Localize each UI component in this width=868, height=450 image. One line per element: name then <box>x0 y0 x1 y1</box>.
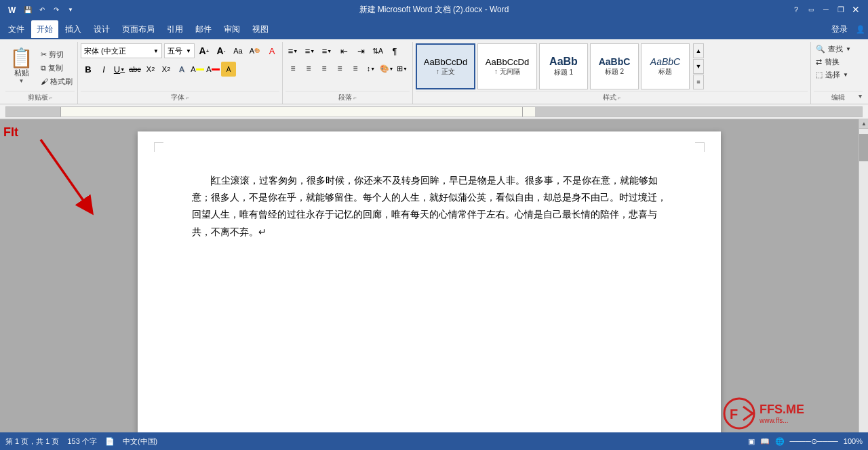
menu-design[interactable]: 设计 <box>88 20 115 38</box>
menu-home[interactable]: 开始 <box>31 20 58 38</box>
styles-scroll-up[interactable]: ▲ <box>693 43 704 58</box>
redo-qa-icon[interactable]: ↷ <box>50 3 62 16</box>
sort-button[interactable]: ⇅A <box>370 43 385 58</box>
menu-layout[interactable]: 页面布局 <box>117 20 160 38</box>
style-heading1-button[interactable]: AaBb 标题 1 <box>539 43 588 89</box>
find-button[interactable]: 🔍 查找 ▼ <box>814 43 853 55</box>
view-web-icon[interactable]: 🌐 <box>775 437 785 446</box>
format-painter-button[interactable]: 🖌 格式刷 <box>39 76 75 87</box>
shading-para-button[interactable]: 🎨▼ <box>379 61 394 76</box>
save-qa-icon[interactable]: 💾 <box>22 3 34 16</box>
clear-format-button[interactable]: A <box>264 43 279 58</box>
scroll-thumb[interactable] <box>859 134 868 161</box>
style-heading2-button[interactable]: AaBbC 标题 2 <box>590 43 639 89</box>
svg-point-5 <box>724 398 754 428</box>
italic-button[interactable]: I <box>96 62 111 77</box>
style-title-button[interactable]: AaBbC 标题 <box>641 43 690 89</box>
align-center-button[interactable]: ≡ <box>301 61 316 76</box>
menu-file[interactable]: 文件 <box>3 20 30 38</box>
superscript-button[interactable]: X2 <box>159 62 174 77</box>
ribbon-collapse-icon[interactable]: ▲ <box>857 94 863 100</box>
select-button[interactable]: ⬚ 选择 ▼ <box>814 69 850 81</box>
paste-label: 粘贴 <box>14 68 29 78</box>
app-window: W 💾 ↶ ↷ ▼ 新建 Microsoft Word 文档 (2).docx … <box>0 0 868 450</box>
replace-button[interactable]: ⇄ 替换 <box>814 56 842 68</box>
bold-button[interactable]: B <box>81 62 96 77</box>
paste-button[interactable]: 📋 粘贴 ▼ <box>5 47 37 85</box>
document-page[interactable]: 红尘滚滚，过客匆匆，很多时候，你还来不及转身回眸，早已是物是人非。很多事，不是你… <box>138 131 721 450</box>
subscript-button[interactable]: X2 <box>143 62 158 77</box>
font-expander[interactable]: ⌐ <box>186 95 189 101</box>
font-color-button[interactable]: A <box>205 62 220 77</box>
view-print-icon[interactable]: ▣ <box>748 437 755 446</box>
help-icon[interactable]: ? <box>789 3 803 16</box>
styles-scroll-down[interactable]: ▼ <box>693 59 704 74</box>
paste-arrow: ▼ <box>19 78 24 84</box>
font-family-select[interactable]: 宋体 (中文正 ▼ <box>81 43 162 58</box>
font-size-select[interactable]: 五号 ▼ <box>164 43 195 58</box>
text-highlight-color[interactable]: A <box>190 62 205 77</box>
minimize-icon[interactable]: ─ <box>819 3 833 16</box>
document-area[interactable]: FIt 红尘滚滚，过客匆匆，很多时候，你还来不及转身回眸，早已是物是人非。很多事… <box>0 119 859 450</box>
borders-button[interactable]: ⊞▼ <box>395 61 410 76</box>
change-case-button[interactable]: Aa <box>231 43 245 58</box>
distributed-button[interactable]: ≡ <box>348 61 363 76</box>
undo-qa-icon[interactable]: ↶ <box>36 3 48 16</box>
menu-mailings[interactable]: 邮件 <box>190 20 217 38</box>
document-content[interactable]: 红尘滚滚，过客匆匆，很多时候，你还来不及转身回眸，早已是物是人非。很多事，不是你… <box>192 172 667 241</box>
font-shrink-button[interactable]: A- <box>214 43 229 58</box>
find-icon: 🔍 <box>816 45 825 54</box>
title-bar-controls: ? ▭ ─ ❐ ✕ <box>789 3 863 16</box>
underline-button[interactable]: U▼ <box>112 62 127 77</box>
bullets-button[interactable]: ≡▼ <box>285 43 300 58</box>
para-expander[interactable]: ⌐ <box>353 95 357 101</box>
justify-button[interactable]: ≡ <box>332 61 347 76</box>
signin-button[interactable]: 登录 <box>826 21 853 38</box>
shading-button[interactable]: A <box>221 62 236 77</box>
numbering-button[interactable]: ≡▼ <box>302 43 317 58</box>
decrease-indent-button[interactable]: ⇤ <box>336 43 351 58</box>
scroll-up-button[interactable]: ▲ <box>859 119 868 129</box>
select-icon: ⬚ <box>816 70 823 79</box>
ribbon-group-clipboard: 📋 粘贴 ▼ ✂ 剪切 ⧉ 复制 🖌 格式刷 <box>3 42 78 104</box>
ribbon-collapse-area: ▲ <box>854 39 865 102</box>
line-spacing-button[interactable]: ↕▼ <box>363 61 378 76</box>
zoom-slider[interactable]: ────⊙──── <box>790 437 838 446</box>
increase-indent-button[interactable]: ⇥ <box>353 43 368 58</box>
restore-icon[interactable]: ❐ <box>834 3 848 16</box>
word-count: 153 个字 <box>67 436 96 447</box>
vertical-scrollbar[interactable]: ▲ ▼ <box>859 119 868 450</box>
strikethrough-button[interactable]: abc <box>127 62 142 77</box>
show-marks-button[interactable]: ¶ <box>387 43 402 58</box>
customize-qa-icon[interactable]: ▼ <box>64 3 77 16</box>
text-highlight-button[interactable]: A🎨 <box>248 43 262 58</box>
para-row2: ≡ ≡ ≡ ≡ ≡ ↕▼ 🎨▼ ⊞▼ <box>285 61 410 76</box>
menu-insert[interactable]: 插入 <box>60 20 87 38</box>
text-effect-button[interactable]: A <box>174 62 189 77</box>
align-right-button[interactable]: ≡ <box>317 61 332 76</box>
cut-label: 剪切 <box>49 49 64 60</box>
styles-expand[interactable]: ≡ <box>693 75 704 89</box>
view-read-icon[interactable]: 📖 <box>760 437 770 446</box>
close-icon[interactable]: ✕ <box>849 3 863 16</box>
user-icon[interactable]: 👤 <box>856 25 865 34</box>
clipboard-expander[interactable]: ⌐ <box>50 95 53 101</box>
svg-line-3 <box>41 140 88 207</box>
menu-review[interactable]: 审阅 <box>218 20 245 38</box>
styles-expander[interactable]: ⌐ <box>618 95 621 101</box>
select-arrow: ▼ <box>843 72 848 78</box>
style-nospace-button[interactable]: AaBbCcDd ↑ 无间隔 <box>477 43 537 89</box>
multilevel-list-button[interactable]: ≡▼ <box>319 43 334 58</box>
menu-view[interactable]: 视图 <box>247 20 274 38</box>
watermark-site: FFS.ME <box>760 403 804 417</box>
copy-button[interactable]: ⧉ 复制 <box>39 62 75 74</box>
style-title-label: 标题 <box>658 67 672 77</box>
menu-references[interactable]: 引用 <box>161 20 189 38</box>
style-normal-button[interactable]: AaBbCcDd ↑ 正文 <box>416 43 475 89</box>
font-top: 宋体 (中文正 ▼ 五号 ▼ A+ A- Aa A🎨 A B I <box>81 42 279 91</box>
scroll-track[interactable] <box>859 129 868 441</box>
cut-button[interactable]: ✂ 剪切 <box>39 49 75 60</box>
ribbon-display-icon[interactable]: ▭ <box>804 3 818 16</box>
font-grow-button[interactable]: A+ <box>197 43 212 58</box>
align-left-button[interactable]: ≡ <box>285 61 300 76</box>
